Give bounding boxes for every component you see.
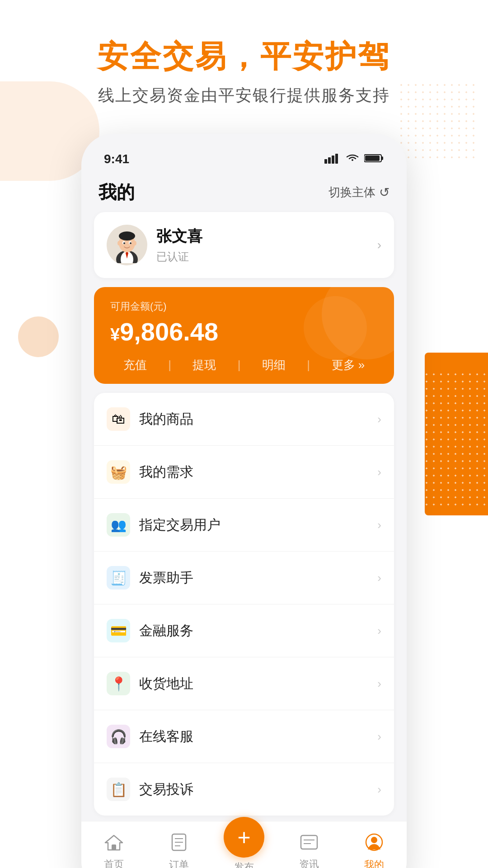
menu-item-left: 🧺 我的需求 [107,460,193,484]
svg-rect-6 [365,156,380,161]
mine-nav-icon [365,833,383,855]
divider-2: | [238,358,241,372]
menu-item-my-goods[interactable]: 🛍 我的商品 › [94,393,394,446]
svg-rect-3 [335,154,338,164]
my-demand-icon: 🧺 [107,460,130,484]
svg-point-14 [134,241,136,245]
svg-point-18 [130,242,131,244]
menu-item-left: 🧾 发票助手 [107,566,193,590]
user-card-chevron: › [377,238,381,252]
invoice-helper-label: 发票助手 [139,569,193,587]
mine-nav-label: 我的 [364,858,384,868]
page-title: 我的 [99,180,135,205]
bg-orange-right [425,353,488,515]
shipping-address-chevron: › [377,677,381,691]
bg-circle-decoration-2 [304,296,367,359]
trade-complaint-icon: 📋 [107,778,130,801]
nav-publish[interactable]: + 发布 [221,830,267,868]
detail-button[interactable]: 明细 [258,357,290,373]
designated-user-label: 指定交易用户 [139,516,221,534]
balance-value: 9,806.48 [120,317,218,346]
trade-complaint-chevron: › [377,783,381,797]
signal-icon [324,153,341,165]
avatar [107,225,147,265]
my-demand-chevron: › [377,465,381,479]
recharge-button[interactable]: 充值 [119,357,151,373]
menu-item-financial-service[interactable]: 💳 金融服务 › [94,604,394,657]
shipping-address-icon: 📍 [107,672,130,695]
svg-rect-20 [112,844,116,850]
wifi-icon [345,153,360,165]
my-demand-label: 我的需求 [139,463,193,481]
bg-dots-top-right [398,81,479,163]
svg-point-17 [123,242,125,244]
financial-service-chevron: › [377,624,381,638]
menu-item-left: 🛍 我的商品 [107,407,193,431]
status-time: 9:41 [104,152,129,166]
user-name: 张文喜 [156,226,202,247]
nav-mine[interactable]: 我的 [352,833,397,868]
publish-icon: + [237,826,250,849]
home-nav-label: 首页 [104,858,124,868]
nav-home[interactable]: 首页 [91,834,136,868]
withdraw-button[interactable]: 提现 [188,357,221,373]
online-service-label: 在线客服 [139,727,193,746]
menu-item-online-service[interactable]: 🎧 在线客服 › [94,710,394,763]
bg-circle-left [18,316,59,357]
financial-service-icon: 💳 [107,619,130,642]
user-card[interactable]: 张文喜 已认证 › [94,212,394,278]
svg-rect-2 [332,156,334,164]
menu-item-shipping-address[interactable]: 📍 收货地址 › [94,657,394,710]
user-info: 张文喜 已认证 [156,226,202,264]
battery-icon [364,153,384,165]
yuan-symbol: ¥ [110,325,120,344]
menu-item-left: 💳 金融服务 [107,619,193,642]
my-goods-chevron: › [377,412,381,426]
menu-item-my-demand[interactable]: 🧺 我的需求 › [94,446,394,499]
menu-item-left: 👥 指定交易用户 [107,513,221,537]
publish-nav-label: 发布 [234,860,254,868]
status-icons [324,153,384,165]
online-service-chevron: › [377,730,381,744]
invoice-helper-chevron: › [377,571,381,585]
menu-list: 🛍 我的商品 › 🧺 我的需求 › 👥 [94,393,394,816]
publish-button[interactable]: + [224,817,264,858]
svg-rect-1 [328,157,331,164]
home-nav-icon [104,834,123,855]
top-bar: 我的 切换主体 ↺ [94,171,394,212]
trade-complaint-label: 交易投诉 [139,780,193,799]
switch-entity-button[interactable]: 切换主体 ↺ [328,184,389,200]
balance-card: 可用金额(元) ¥9,806.48 充值 | 提现 | 明细 | 更多 » [94,287,394,384]
svg-rect-0 [324,159,327,164]
my-goods-icon: 🛍 [107,407,130,431]
user-verified-label: 已认证 [156,250,202,264]
app-content: 我的 切换主体 ↺ [81,171,407,816]
switch-icon: ↺ [379,185,389,200]
nav-orders[interactable]: 订单 [156,833,202,868]
svg-point-13 [117,241,120,245]
nav-news[interactable]: 资讯 [286,834,332,868]
svg-rect-25 [301,835,317,849]
phone-mockup: 9:41 [81,134,407,868]
menu-item-invoice-helper[interactable]: 🧾 发票助手 › [94,552,394,604]
more-button[interactable]: 更多 » [327,357,370,373]
news-nav-icon [300,834,318,855]
switch-entity-label: 切换主体 [328,184,375,200]
svg-rect-5 [381,156,383,160]
divider-1: | [168,358,171,372]
online-service-icon: 🎧 [107,725,130,748]
svg-point-29 [371,837,377,843]
orders-nav-icon [170,833,188,855]
menu-item-left: 📍 收货地址 [107,672,193,695]
menu-item-trade-complaint[interactable]: 📋 交易投诉 › [94,763,394,816]
divider-3: | [307,358,310,372]
svg-point-12 [119,231,135,241]
shipping-address-label: 收货地址 [139,675,193,693]
header-title: 安全交易，平安护驾 [0,36,488,77]
menu-item-designated-user[interactable]: 👥 指定交易用户 › [94,499,394,552]
balance-actions: 充值 | 提现 | 明细 | 更多 » [110,357,378,373]
designated-user-chevron: › [377,518,381,532]
financial-service-label: 金融服务 [139,622,193,640]
menu-item-left: 📋 交易投诉 [107,778,193,801]
my-goods-label: 我的商品 [139,410,193,429]
